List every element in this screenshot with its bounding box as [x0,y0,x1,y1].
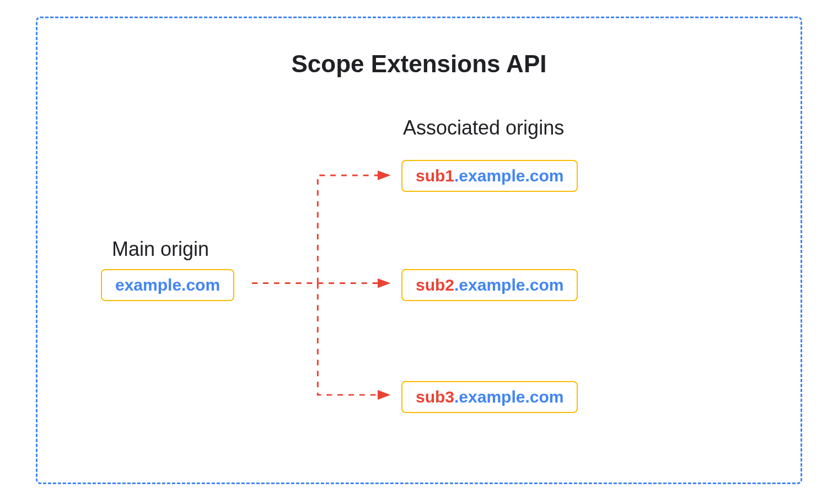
main-origin-label: Main origin [112,238,209,261]
diagram-container: Scope Extensions API Main origin Associa… [36,17,802,484]
sub-prefix-3: sub3 [416,388,454,406]
associated-origin-box-2: sub2.example.com [401,269,578,301]
diagram-title: Scope Extensions API [37,50,801,78]
main-origin-box: example.com [101,269,234,301]
domain-suffix-3: .example.com [454,388,563,406]
sub-prefix-1: sub1 [416,167,454,185]
associated-origins-label: Associated origins [403,116,564,140]
domain-suffix-2: .example.com [454,276,563,294]
associated-origin-box-1: sub1.example.com [401,160,578,192]
main-origin-domain: example.com [115,276,220,294]
associated-origin-box-3: sub3.example.com [401,381,578,413]
sub-prefix-2: sub2 [416,276,454,294]
domain-suffix-1: .example.com [454,167,563,185]
